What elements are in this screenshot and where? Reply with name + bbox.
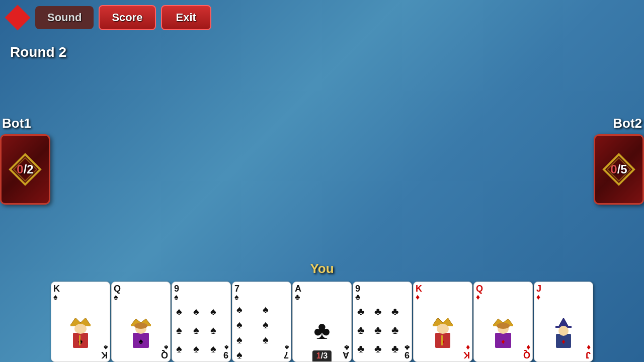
card-rank: J (536, 284, 591, 293)
card-suit: ♠ (234, 293, 289, 301)
bot2-score-display: 0/5 (604, 154, 634, 185)
logo-diamond (5, 5, 30, 30)
svg-point-31 (497, 323, 510, 329)
card-face: ♠ (53, 301, 108, 359)
card-suit: ♣ (355, 293, 410, 301)
round-label: Round 2 (10, 44, 66, 60)
bot1-diamond-icon: 0/2 (10, 154, 40, 185)
card-suit-bottom: ♦ (587, 343, 591, 351)
card-rank: 9 (355, 284, 410, 293)
player-label: You (310, 261, 334, 277)
card-suit: ♦ (416, 293, 470, 301)
header: Sound Score Exit (5, 5, 211, 30)
svg-point-22 (437, 324, 449, 334)
card-king-spades[interactable]: K ♠ ♠ K ♠ (51, 282, 110, 362)
bot2-score-text: 0/5 (610, 162, 627, 176)
card-suit: ♦ (536, 293, 591, 301)
card-suit-bottom: ♣ (405, 343, 410, 351)
diamond-icon (5, 5, 31, 31)
card-suit: ♠ (174, 293, 228, 301)
card-pips: ♣ ♣ ♣ ♣ ♣ ♣ ♣ ♣ ♣ (355, 301, 410, 359)
card-nine-clubs[interactable]: 9 ♣ ♣ ♣ ♣ ♣ ♣ ♣ ♣ ♣ ♣ 9 ♣ (353, 282, 412, 362)
card-pips: ♠ ♠ ♠ ♠ ♠ ♠ ♠ ♠ ♠ (174, 301, 228, 359)
card-rank: Q (114, 284, 168, 293)
bot1-score-card: 0/2 (0, 134, 50, 205)
svg-text:♠: ♠ (139, 337, 143, 345)
svg-text:♦: ♦ (561, 337, 565, 345)
card-jack-diamonds[interactable]: J ♦ ♦ J ♦ (534, 282, 593, 362)
card-suit-bottom: ♦ (466, 343, 470, 351)
svg-point-8 (74, 324, 87, 334)
card-indicator: 1/3 (312, 350, 332, 361)
bot2-name: Bot2 (594, 116, 644, 131)
card-suit: ♣ (295, 293, 349, 301)
exit-button[interactable]: Exit (161, 5, 211, 30)
card-rank: K (416, 284, 470, 293)
card-pips: ♠ ♠ ♠ ♠ ♠ ♠ ♠ (234, 301, 289, 362)
svg-rect-24 (441, 335, 443, 345)
card-suit: ♦ (476, 293, 530, 301)
card-suit-bottom: ♣ (344, 343, 350, 351)
card-rank: 7 (234, 284, 289, 293)
card-queen-spades[interactable]: Q ♠ ♠ Q ♠ (111, 282, 171, 362)
card-rank: A (295, 284, 349, 293)
card-rank: 9 (174, 284, 228, 293)
card-rank: K (53, 284, 108, 293)
sound-button[interactable]: Sound (35, 6, 94, 29)
svg-point-17 (134, 323, 147, 329)
card-suit-bottom: ♠ (224, 343, 229, 351)
card-suit-bottom: ♠ (285, 343, 289, 351)
card-suit: ♠ (53, 293, 108, 301)
svg-text:♦: ♦ (501, 337, 505, 345)
card-queen-diamonds[interactable]: Q ♦ ♦ Q ♦ (473, 282, 533, 362)
card-face: ♦ (416, 301, 470, 359)
card-suit-bottom: ♠ (164, 343, 169, 351)
card-suit-bottom: ♦ (526, 343, 530, 351)
bot1-score-display: 0/2 (10, 154, 40, 185)
card-nine-spades[interactable]: 9 ♠ ♠ ♠ ♠ ♠ ♠ ♠ ♠ ♠ ♠ 9 ♠ (172, 282, 231, 362)
card-suit: ♠ (114, 293, 168, 301)
card-seven-spades[interactable]: 7 ♠ ♠ ♠ ♠ ♠ ♠ ♠ ♠ 7 ♠ (232, 282, 291, 362)
card-rank: Q (476, 284, 530, 293)
card-suit-bottom: ♠ (104, 343, 108, 351)
card-king-diamonds[interactable]: K ♦ ♦ K ♦ (413, 282, 472, 362)
svg-point-36 (558, 326, 569, 336)
card-face: ♦ (476, 301, 530, 359)
card-face: ♦ (536, 301, 591, 359)
bot1-container: Bot1 0/2 (0, 116, 50, 205)
bot2-container: Bot2 0/5 (594, 116, 644, 205)
score-button[interactable]: Score (99, 5, 155, 30)
player-cards-area: K ♠ ♠ K ♠ Q ♠ (51, 282, 593, 362)
bot1-score-text: 0/2 (17, 162, 33, 176)
bot2-diamond-icon: 0/5 (604, 154, 634, 185)
svg-rect-10 (79, 335, 80, 345)
bot1-name: Bot1 (0, 116, 50, 131)
card-ace-clubs[interactable]: A ♣ ♣ A ♣ 1/3 (292, 282, 352, 362)
bot2-score-card: 0/5 (594, 134, 644, 205)
card-face: ♠ (114, 301, 168, 359)
